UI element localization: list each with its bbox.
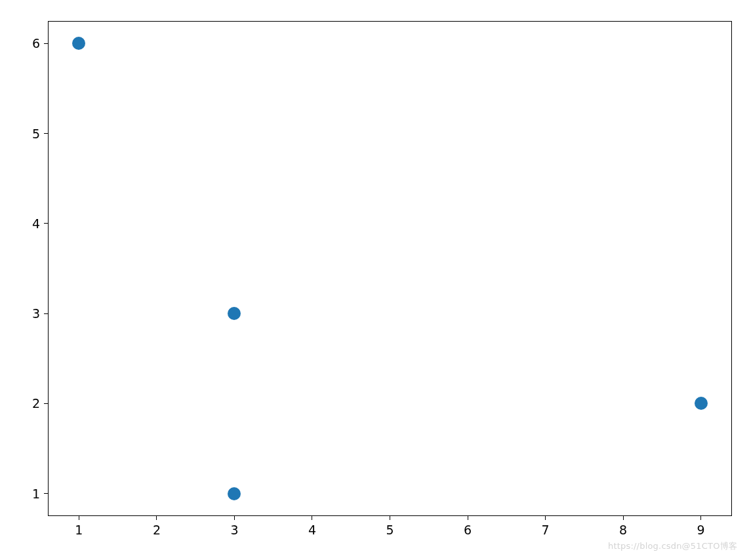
y-tick-mark bbox=[44, 133, 48, 134]
x-tick-label: 2 bbox=[153, 523, 161, 537]
y-tick-label: 4 bbox=[32, 216, 40, 231]
y-tick-mark bbox=[44, 43, 48, 44]
y-tick-mark bbox=[44, 223, 48, 224]
data-point bbox=[228, 487, 241, 500]
x-tick-label: 4 bbox=[308, 523, 316, 537]
x-tick-mark bbox=[623, 516, 624, 520]
x-tick-mark bbox=[700, 516, 701, 520]
data-point bbox=[228, 307, 241, 320]
plot-area bbox=[48, 21, 732, 516]
y-tick-label: 3 bbox=[32, 306, 40, 321]
x-tick-label: 7 bbox=[541, 523, 549, 537]
x-tick-label: 3 bbox=[230, 523, 238, 537]
y-tick-mark bbox=[44, 313, 48, 314]
y-tick-label: 2 bbox=[32, 396, 40, 410]
chart-container: 123456789123456 https://blog.csdn@51CTO博… bbox=[0, 0, 749, 560]
data-point bbox=[72, 37, 85, 50]
x-tick-label: 8 bbox=[619, 523, 627, 537]
x-tick-mark bbox=[79, 516, 79, 520]
y-tick-label: 1 bbox=[32, 487, 40, 501]
data-point bbox=[695, 397, 708, 410]
watermark-text: https://blog.csdn@51CTO博客 bbox=[608, 540, 737, 552]
x-tick-mark bbox=[390, 516, 390, 520]
x-tick-mark bbox=[156, 516, 157, 520]
y-tick-label: 6 bbox=[32, 36, 40, 50]
x-tick-label: 9 bbox=[697, 523, 705, 537]
x-tick-mark bbox=[545, 516, 546, 520]
y-tick-mark bbox=[44, 493, 48, 494]
x-tick-mark bbox=[312, 516, 312, 520]
x-tick-label: 6 bbox=[464, 523, 472, 537]
x-tick-mark bbox=[468, 516, 468, 520]
x-tick-label: 5 bbox=[386, 523, 394, 537]
y-tick-mark bbox=[44, 403, 48, 404]
y-tick-label: 5 bbox=[32, 127, 40, 141]
x-tick-mark bbox=[234, 516, 235, 520]
x-tick-label: 1 bbox=[75, 523, 83, 537]
